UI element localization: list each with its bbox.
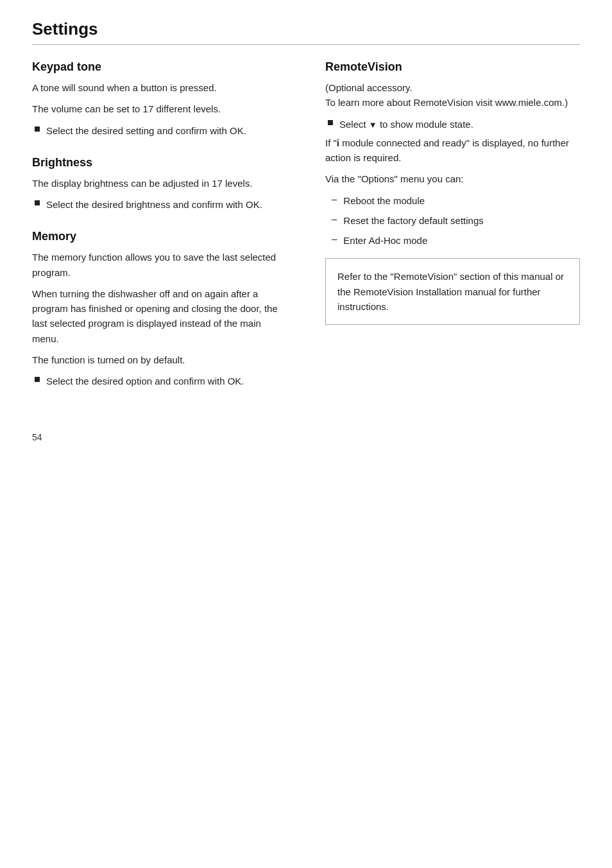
memory-title: Memory — [32, 230, 287, 243]
info-box-text: Refer to the "RemoteVision" section of t… — [337, 271, 564, 312]
brightness-title: Brightness — [32, 156, 287, 169]
bullet-square-icon — [328, 120, 333, 125]
bold-i-symbol: i — [337, 137, 339, 148]
remotevision-dash-text-1: Reboot the module — [343, 193, 425, 208]
remotevision-dash-text-3: Enter Ad-Hoc mode — [343, 233, 427, 248]
dash-symbol-icon: – — [332, 213, 337, 224]
page-title: Settings — [32, 19, 98, 39]
memory-bullet-1: Select the desired option and confirm wi… — [32, 374, 287, 388]
memory-para-1: The memory function allows you to save t… — [32, 250, 287, 280]
remotevision-dash-2: – Reset the factory default settings — [325, 213, 580, 228]
remotevision-title: RemoteVision — [325, 60, 580, 74]
memory-para-3: The function is turned on by default. — [32, 352, 287, 367]
dash-symbol-icon: – — [332, 233, 337, 244]
brightness-bullet-text: Select the desired brightness and confir… — [46, 197, 262, 212]
remotevision-dash-1: – Reboot the module — [325, 193, 580, 208]
keypad-tone-bullet-text: Select the desired setting and confirm w… — [46, 123, 246, 138]
remotevision-select-bullet: Select ▼ to show module state. — [325, 117, 580, 132]
content-grid: Keypad tone A tone will sound when a but… — [32, 60, 580, 406]
bullet-square-icon — [35, 377, 40, 382]
bullet-square-icon — [35, 126, 40, 132]
section-remotevision: RemoteVision (Optional accessory.To lear… — [325, 60, 580, 325]
keypad-tone-para-2: The volume can be set to 17 different le… — [32, 101, 287, 116]
remotevision-select-text: Select ▼ to show module state. — [339, 117, 473, 132]
brightness-para-1: The display brightness can be adjusted i… — [32, 176, 287, 191]
remotevision-dash-text-2: Reset the factory default settings — [343, 213, 483, 228]
right-column: RemoteVision (Optional accessory.To lear… — [319, 60, 580, 406]
keypad-tone-title: Keypad tone — [32, 60, 287, 74]
memory-para-2: When turning the dishwasher off and on a… — [32, 286, 287, 346]
left-column: Keypad tone A tone will sound when a but… — [32, 60, 293, 406]
page-header: Settings — [32, 19, 580, 45]
remotevision-dash-3: – Enter Ad-Hoc mode — [325, 233, 580, 248]
remotevision-para-1: (Optional accessory.To learn more about … — [325, 80, 580, 110]
keypad-tone-para-1: A tone will sound when a button is press… — [32, 80, 287, 95]
keypad-tone-bullet-1: Select the desired setting and confirm w… — [32, 123, 287, 138]
dash-symbol-icon: – — [332, 193, 337, 204]
remotevision-info-box: Refer to the "RemoteVision" section of t… — [325, 258, 580, 325]
down-triangle-icon: ▼ — [369, 119, 377, 132]
page-number: 54 — [32, 432, 580, 442]
brightness-bullet-1: Select the desired brightness and confir… — [32, 197, 287, 212]
section-brightness: Brightness The display brightness can be… — [32, 156, 287, 213]
memory-bullet-text: Select the desired option and confirm wi… — [46, 374, 244, 388]
section-keypad-tone: Keypad tone A tone will sound when a but… — [32, 60, 287, 138]
bullet-square-icon — [35, 200, 40, 205]
remotevision-inline-text: If "i module connected and ready" is dis… — [325, 135, 580, 166]
section-memory: Memory The memory function allows you to… — [32, 230, 287, 388]
remotevision-via-text: Via the "Options" menu you can: — [325, 171, 580, 186]
